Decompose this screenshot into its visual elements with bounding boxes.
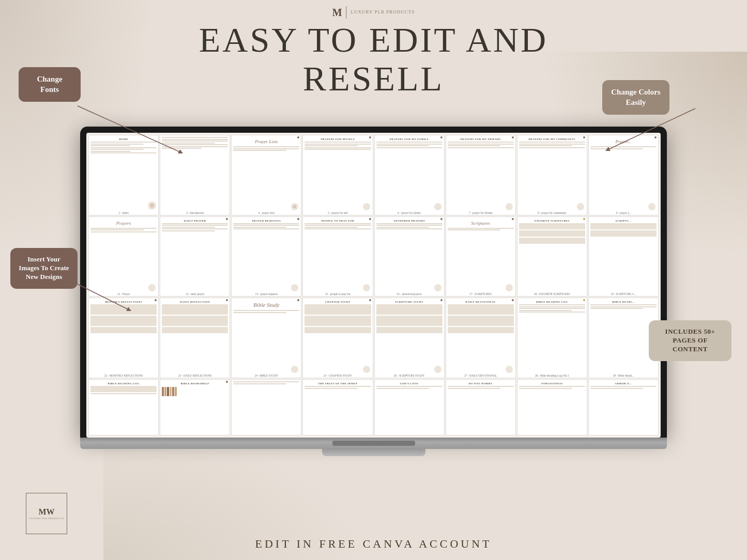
page-thumb: Bible Study 24 - BIBLE STUDY	[231, 298, 301, 378]
floral-decoration	[504, 200, 514, 211]
svg-point-4	[150, 204, 154, 208]
page-thumb: Prayers 12 - Prayer	[88, 216, 159, 297]
page-thumb: SCRIPTURE STUDY 26 - SCRIPTURE STUDY	[374, 298, 445, 378]
page-row-1: HOME 2 - Index	[88, 135, 659, 215]
floral-decoration	[647, 200, 657, 211]
title-line2: RESELL	[199, 59, 548, 98]
page-label: 18 - FAVORITE SCRIPTURES	[517, 292, 587, 296]
change-colors-badge: Change Colors Easily	[602, 80, 669, 115]
laptop-screen: HOME 2 - Index	[86, 133, 661, 438]
svg-point-8	[434, 203, 441, 210]
laptop-base	[80, 438, 667, 449]
logo-bottom-left: MW LUXURY PLR PRODUCTS	[26, 493, 67, 534]
change-fonts-badge: Change Fonts	[19, 67, 81, 102]
page-thumb: 3 - Introduction	[160, 135, 230, 215]
page-thumb: BIBLE READING LOG 28 - Bible Reading Log…	[517, 298, 587, 378]
svg-point-7	[363, 203, 370, 210]
page-thumb: PEOPLE TO PRAY FOR 15 - people to pray f…	[302, 216, 373, 297]
page-thumb: GOD'S LOVE	[374, 379, 445, 435]
floral-decoration	[433, 282, 443, 292]
page-thumb: MONTHLY REFLECTIONS 22 - MONTHLY REFLECT…	[88, 298, 159, 378]
page-label: 23 - DAILY REFLECTIONS	[160, 374, 230, 378]
page-thumb: PRAYERS FOR MYSELF 5 - prayer for self	[302, 135, 373, 215]
page-label: 27 - DAILY DEVOTIONAL	[446, 374, 515, 378]
page-thumb: PRAYER REQUESTS 14 - prayer requests	[231, 216, 301, 297]
svg-point-15	[434, 284, 441, 291]
page-label: 9 - prayer j...	[589, 211, 658, 215]
floral-decoration	[361, 282, 372, 292]
screen-content: HOME 2 - Index	[88, 135, 659, 435]
page-label: 26 - SCRIPTURE STUDY	[375, 374, 444, 378]
page-thumb: BIBLE READI... 29 - Bible Readi...	[588, 298, 659, 378]
page-label: 7 - prayer for friends	[446, 211, 515, 215]
page-label: 16 - answered prayers	[375, 292, 444, 296]
floral-decoration	[504, 282, 514, 292]
floral-decoration	[289, 282, 300, 292]
svg-point-13	[291, 284, 298, 291]
page-thumb: FAVORITE SCRIPTURES 18 - FAVORITE SCRIPT…	[517, 216, 587, 297]
brand-divider	[346, 6, 347, 19]
page-thumb: SCRIPTU... 19 - SCRIPTURE C...	[588, 216, 659, 297]
page-label: 15 - people to pray for	[303, 292, 372, 296]
page-thumb: THE FRUIT OF THE SPIRIT	[302, 379, 373, 435]
page-label: 12 - Prayer	[89, 292, 158, 296]
logo-initials: MW	[38, 507, 54, 517]
floral-decoration	[361, 200, 372, 211]
floral-decoration	[433, 363, 443, 374]
floral-decoration	[504, 363, 514, 374]
page-label: 28 - Bible Reading Log Old 1	[517, 374, 587, 378]
page-label: 4 - prayer lists	[232, 211, 301, 215]
page-thumb: HOME 2 - Index	[88, 135, 159, 215]
page-label: 29 - Bible Readi...	[589, 374, 658, 378]
floral-decoration	[289, 200, 300, 211]
title-line1: EASY TO EDIT AND	[199, 21, 548, 59]
svg-point-16	[506, 284, 513, 291]
floral-decoration	[147, 282, 157, 292]
svg-point-19	[434, 366, 441, 373]
insert-images-badge: Insert Your Images To Create New Designs	[10, 248, 78, 289]
page-label: 13 - daily prayer	[160, 292, 230, 296]
svg-point-6	[293, 205, 296, 208]
brand-initial: M	[332, 7, 342, 19]
page-thumb: BIBLE READING LOG	[88, 379, 159, 435]
page-thumb: FORGIVENESS	[517, 379, 587, 435]
page-thumb: Prayer Lists 4 - prayer lists	[231, 135, 301, 215]
brand-header: M LUXURY PLR PRODUCTS	[332, 6, 415, 19]
page-thumb: DAILY PRAYER 13 - daily prayer	[160, 216, 230, 297]
page-label: 19 - SCRIPTURE C...	[589, 292, 658, 296]
pages-of-content-badge: INCLUDES 50+ PAGES OF CONTENT	[649, 320, 731, 361]
svg-point-10	[577, 203, 584, 210]
svg-point-17	[291, 366, 298, 373]
laptop-notch	[332, 441, 415, 446]
svg-point-9	[506, 203, 513, 210]
page-thumb: DO NOT WORRY	[446, 379, 516, 435]
page-label: 25 - CHAPTER STUDY	[303, 374, 372, 378]
page-thumb: Prayer... 9 - prayer j...	[588, 135, 659, 215]
svg-point-12	[148, 284, 156, 291]
svg-point-20	[506, 366, 513, 373]
page-label: 6 - prayer for family	[375, 211, 444, 215]
laptop-bezel: HOME 2 - Index	[80, 127, 667, 438]
page-thumb: DAILY DEVOTIONAL 27 - DAILY DEVOTIONAL	[446, 298, 516, 378]
page-row-2: Prayers 12 - Prayer DAILY PRAYER	[88, 216, 659, 297]
svg-point-14	[363, 284, 370, 291]
logo-sub: LUXURY PLR PRODUCTS	[29, 517, 64, 520]
bottom-cta: EDIT IN FREE CANVA ACCOUNT	[255, 537, 492, 551]
page-thumb: CHAPTER STUDY 25 - CHAPTER STUDY	[302, 298, 373, 378]
page-thumb: PRAYERS FOR MY COMMUNITY 8 - prayer for …	[517, 135, 587, 215]
page-thumb: BIBLE BOOKSHELF	[160, 379, 230, 435]
floral-decoration	[575, 200, 586, 211]
page-thumb: PRAYERS FOR MY FAMILY 6 - prayer for fam…	[374, 135, 445, 215]
page-thumb: Scriptures 17 - SCRIPTURES	[446, 216, 516, 297]
main-title: EASY TO EDIT AND RESELL	[199, 21, 548, 98]
brand-name: LUXURY PLR PRODUCTS	[351, 9, 415, 15]
page-label: 3 - Introduction	[160, 211, 230, 215]
page-label: 24 - BIBLE STUDY	[232, 374, 301, 378]
floral-decoration	[361, 363, 372, 374]
floral-decoration	[289, 363, 300, 374]
svg-point-18	[363, 366, 370, 373]
page-row-4: BIBLE READING LOG BIBLE BOOKSHELF	[88, 379, 659, 435]
laptop-stand	[322, 449, 425, 456]
page-thumb: ARMOR O...	[588, 379, 659, 435]
floral-decoration	[147, 200, 157, 211]
